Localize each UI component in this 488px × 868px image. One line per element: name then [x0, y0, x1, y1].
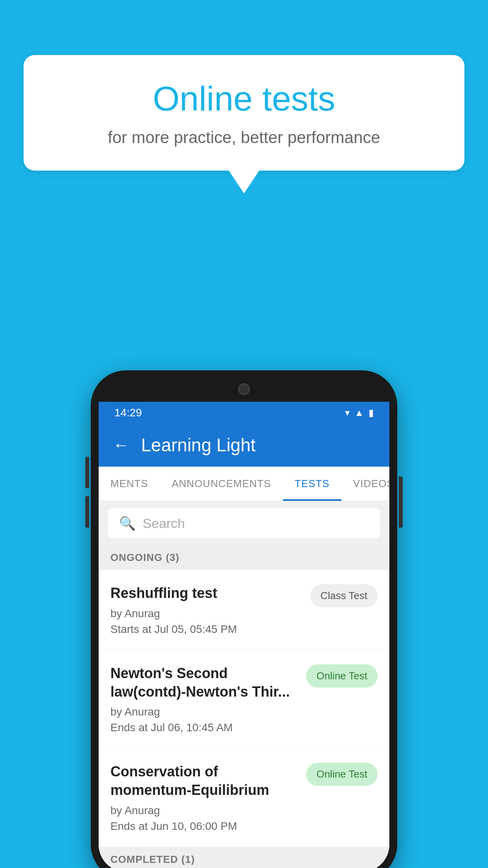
phone-frame: 14:29 ▾ ▲ ▮ ← Learning Light MENTS ANNOU…	[91, 370, 397, 868]
speech-bubble: Online tests for more practice, better p…	[24, 55, 464, 171]
test-title: Conservation of momentum-Equilibrium	[110, 763, 298, 800]
test-content: Conservation of momentum-Equilibrium by …	[110, 763, 298, 833]
test-item[interactable]: Newton's Second law(contd)-Newton's Thir…	[99, 650, 389, 749]
status-bar: 14:29 ▾ ▲ ▮	[99, 402, 389, 423]
class-test-badge: Class Test	[310, 584, 378, 607]
battery-icon: ▮	[369, 407, 374, 418]
test-author: by Anurag	[110, 706, 298, 718]
test-time: Ends at Jul 06, 10:45 AM	[110, 721, 298, 734]
test-time: Starts at Jul 05, 05:45 PM	[110, 623, 303, 636]
test-author: by Anurag	[110, 804, 298, 817]
tab-tests[interactable]: TESTS	[283, 467, 341, 501]
ongoing-section-header: ONGOING (3)	[99, 545, 389, 570]
bubble-tail	[228, 170, 260, 193]
signal-icon: ▲	[354, 407, 364, 418]
test-list: Reshuffling test by Anurag Starts at Jul…	[99, 570, 389, 847]
test-item[interactable]: Conservation of momentum-Equilibrium by …	[99, 748, 389, 847]
status-time: 14:29	[114, 406, 142, 419]
test-content: Reshuffling test by Anurag Starts at Jul…	[110, 584, 303, 636]
tab-ments[interactable]: MENTS	[99, 467, 160, 501]
test-item[interactable]: Reshuffling test by Anurag Starts at Jul…	[99, 570, 389, 650]
volume-down-button[interactable]	[85, 496, 89, 528]
front-camera	[238, 383, 250, 395]
speech-bubble-section: Online tests for more practice, better p…	[24, 55, 464, 193]
back-button[interactable]: ←	[113, 436, 129, 454]
wifi-icon: ▾	[345, 407, 350, 418]
bubble-subtitle: for more practice, better performance	[55, 128, 433, 147]
online-test-badge: Online Test	[306, 664, 378, 688]
tab-videos[interactable]: VIDEOS	[341, 467, 389, 501]
test-content: Newton's Second law(contd)-Newton's Thir…	[110, 664, 298, 734]
completed-section-header: COMPLETED (1)	[99, 847, 389, 868]
tabs-container: MENTS ANNOUNCEMENTS TESTS VIDEOS	[99, 467, 389, 501]
search-icon: 🔍	[119, 515, 136, 531]
test-author: by Anurag	[110, 607, 303, 620]
test-time: Ends at Jun 10, 06:00 PM	[110, 820, 298, 833]
search-container: 🔍 Search	[99, 501, 389, 545]
notch-area	[99, 378, 389, 402]
bubble-title: Online tests	[55, 79, 433, 119]
search-bar[interactable]: 🔍 Search	[108, 508, 380, 538]
test-title: Newton's Second law(contd)-Newton's Thir…	[110, 664, 298, 701]
search-input[interactable]: Search	[143, 516, 185, 531]
status-icons: ▾ ▲ ▮	[345, 407, 374, 418]
phone-notch	[209, 378, 279, 400]
tab-announcements[interactable]: ANNOUNCEMENTS	[160, 467, 283, 501]
power-button[interactable]	[399, 476, 403, 528]
online-test-badge-2: Online Test	[306, 763, 378, 786]
app-screen: 14:29 ▾ ▲ ▮ ← Learning Light MENTS ANNOU…	[99, 402, 389, 868]
volume-up-button[interactable]	[85, 457, 89, 488]
app-bar: ← Learning Light	[99, 423, 389, 467]
test-title: Reshuffling test	[110, 584, 303, 603]
app-bar-title: Learning Light	[141, 434, 256, 456]
